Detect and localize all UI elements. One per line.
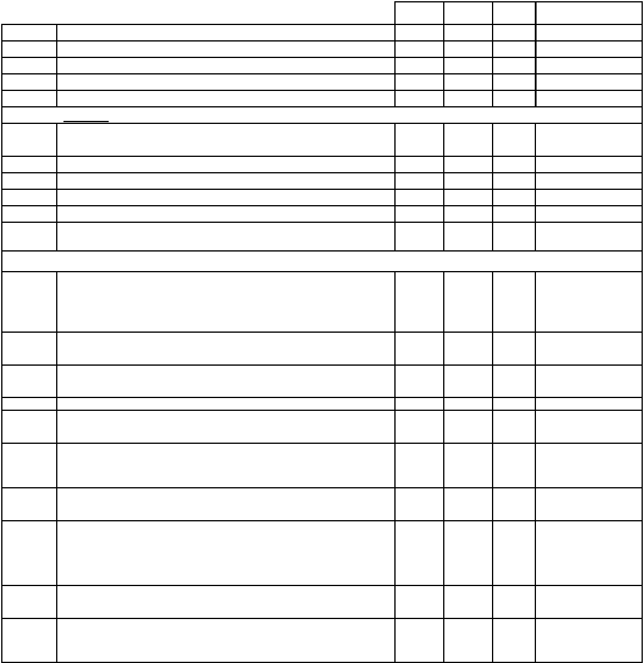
- s2-row8-num: [4, 587, 54, 615]
- row0-c4: [538, 26, 639, 38]
- s2-row5-c3: [494, 445, 532, 485]
- s2-row4-desc: [59, 412, 392, 440]
- s2-row3-c1: [397, 399, 441, 408]
- s2-row2-c3: [494, 367, 532, 395]
- s2-row8-c1: [397, 587, 441, 615]
- s1-row0-desc: [59, 125, 392, 153]
- s2-row9-c2: [446, 620, 490, 659]
- s1-row2-num: [4, 175, 54, 187]
- s2-row8-c3: [494, 587, 532, 615]
- s2-row7-c1: [397, 523, 441, 582]
- s2-row4-num: [4, 412, 54, 440]
- s2-row1-desc: [59, 334, 392, 362]
- s1-row3-c3: [494, 191, 532, 203]
- row3-c3: [494, 76, 532, 88]
- row1-desc: [59, 43, 392, 55]
- row4-desc: [59, 92, 392, 104]
- s2-row5-c1: [397, 445, 441, 485]
- s2-row7-num: [4, 523, 54, 582]
- s1-row0-c1: [397, 125, 441, 153]
- s2-row0-c2: [446, 274, 490, 330]
- row4-c2: [446, 92, 490, 104]
- header-col1: [397, 4, 441, 22]
- s2-row3-c2: [446, 399, 490, 408]
- row4-num: [4, 92, 54, 104]
- s2-row3-desc: [59, 399, 392, 408]
- table-container: [0, 0, 644, 663]
- s2-row1-c3: [494, 334, 532, 362]
- s2-row0-num: [4, 274, 54, 330]
- row2-c1: [397, 59, 441, 71]
- s2-row3-num: [4, 399, 54, 408]
- s2-row1-c2: [446, 334, 490, 362]
- row1-c3: [494, 43, 532, 55]
- s2-row5-desc: [59, 445, 392, 485]
- s2-row8-c4: [538, 587, 639, 615]
- s1-row4-c4: [538, 208, 639, 220]
- s1-row2-desc: [59, 175, 392, 187]
- s1-row4-c1: [397, 208, 441, 220]
- s1-row2-c2: [446, 175, 490, 187]
- row3-num: [4, 76, 54, 88]
- s2-row5-c4: [538, 445, 639, 485]
- row1-c1: [397, 43, 441, 55]
- s2-row4-c3: [494, 412, 532, 440]
- section1-title: [59, 110, 636, 121]
- s2-row1-num: [4, 334, 54, 362]
- s1-row5-c1: [397, 224, 441, 248]
- row4-c3: [494, 92, 532, 104]
- s1-row0-c4: [538, 125, 639, 153]
- row0-num: [4, 26, 54, 38]
- s2-row2-num: [4, 367, 54, 395]
- s1-row0-c2: [446, 125, 490, 153]
- row0-desc: [59, 26, 392, 38]
- row0-c3: [494, 26, 532, 38]
- s1-row3-desc: [59, 191, 392, 203]
- s1-row3-c1: [397, 191, 441, 203]
- s2-row0-c4: [538, 274, 639, 330]
- s1-row4-c3: [494, 208, 532, 220]
- row2-c2: [446, 59, 490, 71]
- s2-row0-c3: [494, 274, 532, 330]
- s2-row8-c2: [446, 587, 490, 615]
- row0-c1: [397, 26, 441, 38]
- s2-row2-c1: [397, 367, 441, 395]
- row3-c1: [397, 76, 441, 88]
- header-col2: [446, 4, 490, 22]
- s2-row4-c4: [538, 412, 639, 440]
- s2-row2-desc: [59, 367, 392, 395]
- s2-row6-c1: [397, 490, 441, 518]
- s2-row5-c2: [446, 445, 490, 485]
- s2-row6-num: [4, 490, 54, 518]
- s2-row3-c4: [538, 399, 639, 408]
- s2-row0-desc: [59, 274, 392, 330]
- header-col3: [494, 4, 532, 22]
- s1-row1-c3: [494, 158, 532, 170]
- s2-row8-desc: [59, 587, 392, 615]
- s1-row4-c2: [446, 208, 490, 220]
- s2-row9-c4: [538, 620, 639, 659]
- section2-title: [4, 254, 639, 269]
- s1-row3-num: [4, 191, 54, 203]
- s1-row5-c4: [538, 224, 639, 248]
- s2-row4-c1: [397, 412, 441, 440]
- row4-c1: [397, 92, 441, 104]
- s1-row2-c4: [538, 175, 639, 187]
- s1-row2-c3: [494, 175, 532, 187]
- row3-c4: [538, 76, 639, 88]
- s1-row0-c3: [494, 125, 532, 153]
- row1-c4: [538, 43, 639, 55]
- s1-row1-c1: [397, 158, 441, 170]
- s2-row7-c3: [494, 523, 532, 582]
- s1-row4-desc: [59, 208, 392, 220]
- s1-row1-num: [4, 158, 54, 170]
- s2-row4-c2: [446, 412, 490, 440]
- s2-row0-c1: [397, 274, 441, 330]
- s2-row9-num: [4, 620, 54, 659]
- row2-desc: [59, 59, 392, 71]
- s1-row5-c2: [446, 224, 490, 248]
- s1-row5-c3: [494, 224, 532, 248]
- s1-row2-c1: [397, 175, 441, 187]
- s2-row7-c2: [446, 523, 490, 582]
- s2-row1-c4: [538, 334, 639, 362]
